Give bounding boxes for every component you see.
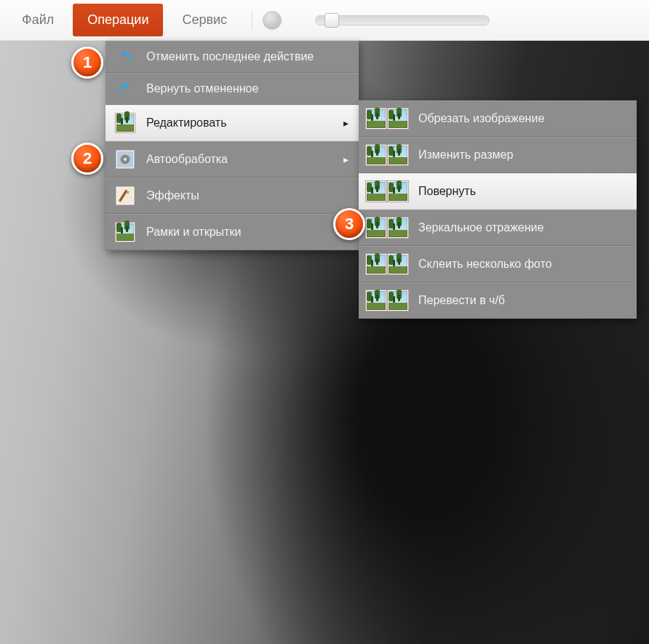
redo-icon bbox=[114, 78, 136, 100]
mirror-icon bbox=[366, 218, 408, 238]
submenu-rotate-label: Повернуть bbox=[418, 185, 476, 198]
chevron-right-icon: ▸ bbox=[343, 154, 349, 165]
submenu-resize-label: Изменить размер bbox=[418, 148, 513, 162]
submenu-stitch[interactable]: Склеить несколько фото bbox=[359, 246, 637, 282]
stitch-icon bbox=[366, 254, 408, 274]
toolbar-separator bbox=[252, 11, 252, 30]
menu-frames[interactable]: Рамки и открытки ▸ bbox=[105, 214, 359, 250]
svg-rect-3 bbox=[116, 187, 134, 204]
callout-1: 1 bbox=[71, 47, 103, 79]
service-menu[interactable]: Сервис bbox=[167, 4, 242, 36]
undo-icon bbox=[114, 46, 136, 68]
globe-icon[interactable] bbox=[263, 11, 282, 30]
submenu-crop[interactable]: Обрезать изображение bbox=[359, 100, 637, 137]
menu-undo[interactable]: Отменить последнее действие bbox=[105, 41, 359, 73]
zoom-slider[interactable] bbox=[315, 15, 490, 25]
edit-submenu: Обрезать изображение Изменить размер Пов… bbox=[359, 100, 637, 319]
menu-effects[interactable]: Эффекты bbox=[105, 178, 359, 214]
callout-2: 2 bbox=[71, 143, 103, 175]
menu-redo[interactable]: Вернуть отмененное bbox=[105, 73, 359, 105]
rotate-icon bbox=[366, 181, 408, 202]
bw-icon bbox=[366, 290, 408, 311]
menu-undo-label: Отменить последнее действие bbox=[146, 50, 314, 63]
resize-icon bbox=[366, 145, 408, 165]
operations-dropdown: Отменить последнее действие Вернуть отме… bbox=[105, 41, 359, 250]
svg-point-2 bbox=[124, 158, 127, 161]
menu-edit-label: Редактировать bbox=[146, 116, 227, 130]
submenu-resize[interactable]: Изменить размер bbox=[359, 137, 637, 173]
edit-icon bbox=[114, 112, 136, 134]
frames-icon bbox=[114, 221, 136, 243]
submenu-bw[interactable]: Перевести в ч/б bbox=[359, 282, 637, 319]
submenu-mirror[interactable]: Зеркальное отражение bbox=[359, 210, 637, 246]
menu-auto[interactable]: Автообработка ▸ bbox=[105, 141, 359, 178]
zoom-slider-thumb[interactable] bbox=[324, 13, 339, 28]
submenu-rotate[interactable]: Повернуть bbox=[359, 173, 637, 210]
submenu-bw-label: Перевести в ч/б bbox=[418, 294, 505, 307]
menu-edit[interactable]: Редактировать ▸ bbox=[105, 105, 359, 141]
callout-3: 3 bbox=[333, 208, 365, 240]
file-menu[interactable]: Файл bbox=[7, 4, 68, 36]
submenu-mirror-label: Зеркальное отражение bbox=[418, 221, 544, 234]
top-toolbar: Файл Операции Сервис bbox=[0, 0, 649, 41]
chevron-right-icon: ▸ bbox=[343, 117, 349, 129]
auto-icon bbox=[114, 148, 136, 170]
operations-menu[interactable]: Операции bbox=[73, 4, 163, 36]
crop-icon bbox=[366, 108, 408, 129]
menu-effects-label: Эффекты bbox=[146, 189, 199, 202]
menu-redo-label: Вернуть отмененное bbox=[146, 82, 258, 95]
effects-icon bbox=[114, 185, 136, 207]
menu-frames-label: Рамки и открытки bbox=[146, 226, 241, 239]
menu-auto-label: Автообработка bbox=[146, 153, 228, 166]
submenu-stitch-label: Склеить несколько фото bbox=[418, 258, 552, 271]
submenu-crop-label: Обрезать изображение bbox=[418, 112, 544, 125]
